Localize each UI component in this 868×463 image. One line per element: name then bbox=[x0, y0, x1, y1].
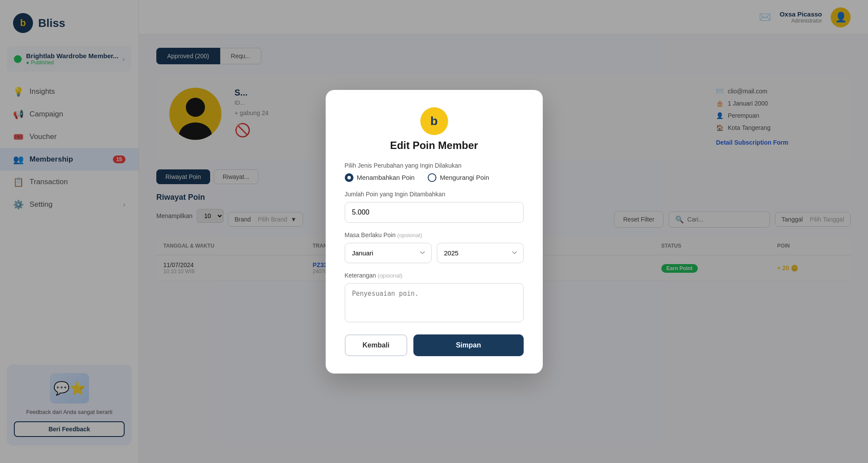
year-select[interactable]: 2024 2025 2026 2027 bbox=[437, 243, 524, 263]
month-select[interactable]: Januari Februari Maret April Mei Juni Ju… bbox=[345, 243, 432, 263]
radio-reduce-dot bbox=[428, 173, 436, 182]
validity-label: Masa Berlaku Poin (opsional) bbox=[345, 232, 524, 238]
amount-label: Jumlah Poin yang Ingin Ditambahkan bbox=[345, 191, 524, 198]
note-label: Keterangan (opsional) bbox=[345, 272, 524, 279]
change-type-label: Pilih Jenis Perubahan yang Ingin Dilakuk… bbox=[345, 162, 524, 169]
modal-logo-circle: b bbox=[420, 107, 448, 135]
option-reduce[interactable]: Mengurangi Poin bbox=[428, 173, 489, 182]
back-button[interactable]: Kembali bbox=[345, 334, 408, 356]
modal-title: Edit Poin Member bbox=[345, 139, 524, 152]
edit-poin-modal: b Edit Poin Member Pilih Jenis Perubahan… bbox=[326, 90, 543, 374]
option-reduce-label: Mengurangi Poin bbox=[440, 174, 489, 181]
note-textarea[interactable] bbox=[345, 283, 524, 322]
option-add[interactable]: Menambahkan Poin bbox=[345, 173, 415, 182]
amount-input[interactable] bbox=[345, 202, 524, 223]
radio-group: Menambahkan Poin Mengurangi Poin bbox=[345, 173, 524, 182]
option-add-label: Menambahkan Poin bbox=[357, 174, 415, 181]
select-row: Januari Februari Maret April Mei Juni Ju… bbox=[345, 243, 524, 263]
save-button[interactable]: Simpan bbox=[413, 334, 523, 356]
radio-add-dot bbox=[345, 173, 353, 182]
modal-actions: Kembali Simpan bbox=[345, 334, 524, 356]
modal-logo: b bbox=[345, 107, 524, 135]
modal-overlay: b Edit Poin Member Pilih Jenis Perubahan… bbox=[0, 0, 868, 463]
